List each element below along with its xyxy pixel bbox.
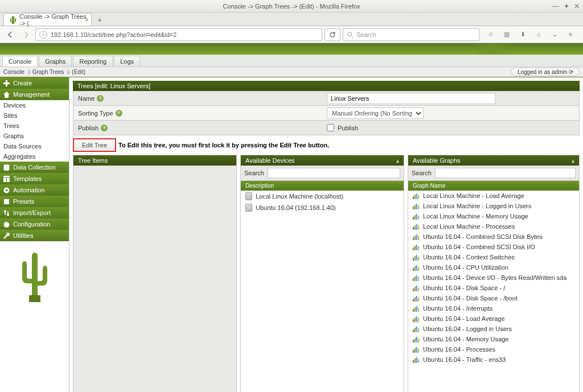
close-window-icon[interactable]: ✕ — [574, 2, 580, 10]
tab-close-icon[interactable]: × — [85, 16, 89, 24]
library-icon[interactable]: ▥ — [501, 31, 512, 38]
graph-icon — [413, 315, 420, 322]
graph-icon — [413, 233, 420, 240]
sidebar-utilities[interactable]: Utilities — [0, 230, 69, 241]
svg-rect-40 — [416, 265, 417, 271]
help-icon[interactable]: ? — [97, 95, 104, 102]
svg-rect-72 — [416, 347, 417, 353]
svg-rect-52 — [416, 296, 417, 302]
sidebar-item-trees[interactable]: Trees — [0, 121, 69, 131]
svg-rect-10 — [413, 196, 414, 199]
graph-item[interactable]: Ubuntu 16.04 - CPU Utilization — [408, 262, 579, 273]
sidebar-presets[interactable]: Presets — [0, 196, 69, 207]
sidebar-import-export[interactable]: Import/Export — [0, 207, 69, 218]
sidebar-automation[interactable]: Automation — [0, 184, 69, 196]
sidebar-item-aggregates[interactable]: Aggregates — [0, 151, 69, 162]
svg-rect-67 — [414, 338, 416, 343]
graph-item[interactable]: Ubuntu 16.04 - Traffic - ens33 — [408, 354, 579, 365]
device-item[interactable]: Local Linux Machine (localhost) — [241, 191, 404, 202]
graph-item[interactable]: Local Linux Machine - Processes — [408, 221, 579, 232]
graph-icon — [413, 295, 420, 302]
graph-item[interactable]: Ubuntu 16.04 - Device I/O - Bytes Read/W… — [408, 273, 579, 283]
device-icon — [245, 204, 252, 212]
tree-items-body[interactable] — [73, 166, 236, 392]
svg-rect-32 — [416, 245, 417, 250]
login-status[interactable]: Logged in as admin ⟳ — [511, 68, 580, 76]
publish-checkbox[interactable] — [327, 124, 334, 131]
app-tabs: Console Graphs Reporting Logs — [0, 55, 583, 67]
form-value — [322, 92, 579, 105]
form-row-publish: Publish ? Publish — [73, 121, 580, 135]
svg-rect-38 — [413, 268, 414, 271]
graph-icon — [413, 264, 420, 271]
reload-button[interactable] — [325, 28, 340, 41]
pocket-icon[interactable]: ⌄ — [549, 31, 560, 38]
sidebar-item-devices[interactable]: Devices — [0, 100, 69, 110]
site-info-icon[interactable]: i — [39, 31, 47, 39]
devices-search-input[interactable] — [268, 168, 400, 178]
sorting-select[interactable]: Manual Ordering (No Sorting) — [327, 108, 424, 119]
sidebar-data-collection[interactable]: Data Collection — [0, 162, 69, 173]
tab-reporting[interactable]: Reporting — [73, 56, 113, 67]
import-export-icon — [3, 210, 10, 216]
breadcrumb-item[interactable]: Graph Trees — [32, 69, 64, 75]
bookmark-star-icon[interactable]: ☆ — [485, 31, 496, 38]
graph-icon — [413, 244, 420, 250]
sidebar-item-graphs[interactable]: Graphs — [0, 131, 69, 141]
edit-tree-message: To Edit this tree, you must first lock i… — [118, 142, 329, 148]
templates-icon — [3, 176, 10, 182]
help-icon[interactable]: ? — [101, 125, 108, 131]
forward-button[interactable] — [19, 28, 33, 41]
sidebar-templates[interactable]: Templates — [0, 173, 69, 184]
browser-search[interactable]: Search — [343, 28, 479, 41]
sidebar-item-sites[interactable]: Sites — [0, 110, 69, 121]
graph-item[interactable]: Ubuntu 16.04 - Disk Space - /boot — [408, 293, 579, 303]
tab-console[interactable]: Console — [2, 56, 38, 67]
graph-item[interactable]: Ubuntu 16.04 - Combined SCSI Disk I/O — [408, 242, 579, 252]
graph-item[interactable]: Ubuntu 16.04 - Logged in Users — [408, 324, 579, 334]
svg-rect-50 — [413, 299, 414, 302]
minimize-icon[interactable]: — — [552, 2, 559, 10]
graph-item[interactable]: Ubuntu 16.04 - Load Average — [408, 313, 579, 324]
collapse-icon[interactable]: ▴ — [396, 158, 399, 164]
edit-tree-button[interactable]: Edit Tree — [73, 138, 116, 152]
new-tab-button[interactable]: + — [93, 14, 106, 26]
collapse-icon[interactable]: ▴ — [572, 158, 574, 164]
svg-rect-68 — [416, 337, 417, 343]
graph-item[interactable]: Ubuntu 16.04 - Context Switches — [408, 252, 579, 262]
svg-rect-14 — [413, 207, 414, 209]
graph-item[interactable]: Ubuntu 16.04 - Combined SCSI Disk Bytes — [408, 232, 579, 242]
downloads-icon[interactable]: ⬇ — [517, 31, 528, 38]
graph-item[interactable]: Local Linux Machine - Logged in Users — [408, 201, 579, 211]
url-bar[interactable]: i 192.168.1.10/cacti/tree.php?action=edi… — [35, 28, 322, 41]
svg-rect-36 — [416, 255, 417, 261]
tab-title: Console -> Graph Trees -> ( — [19, 13, 87, 27]
svg-rect-27 — [414, 236, 416, 240]
graph-item[interactable]: Ubuntu 16.04 - Memory Usage — [408, 334, 579, 344]
tab-logs[interactable]: Logs — [114, 56, 140, 67]
graph-item[interactable]: Ubuntu 16.04 - Interrupts — [408, 303, 579, 313]
graphs-search-input[interactable] — [435, 168, 576, 178]
svg-point-8 — [6, 189, 8, 191]
app-header-strip — [0, 43, 583, 55]
graph-item[interactable]: Ubuntu 16.04 - Processes — [408, 344, 579, 354]
breadcrumb-item[interactable]: Console — [3, 69, 24, 75]
menu-icon[interactable]: ≡ — [565, 31, 576, 38]
graph-item[interactable]: Local Linux Machine - Load Average — [408, 191, 579, 201]
graph-item[interactable]: Ubuntu 16.04 - Disk Space - / — [408, 283, 579, 293]
back-button[interactable] — [3, 28, 17, 41]
sidebar-management[interactable]: Management — [0, 89, 69, 100]
device-item[interactable]: Ubuntu 16.04 (192.168.1.40) — [241, 202, 404, 213]
name-input[interactable] — [327, 93, 495, 104]
sidebar-create[interactable]: Create — [0, 77, 69, 89]
maximize-icon[interactable]: ✦ — [564, 2, 569, 10]
svg-rect-44 — [416, 275, 417, 281]
graph-item[interactable]: Local Linux Machine - Memory Usage — [408, 211, 579, 221]
sidebar-configuration[interactable]: Configuration — [0, 218, 69, 230]
browser-tab[interactable]: Console -> Graph Trees -> ( × — [3, 13, 92, 26]
sidebar-item-data-sources[interactable]: Data Sources — [0, 141, 69, 151]
tab-graphs[interactable]: Graphs — [39, 56, 72, 67]
home-icon[interactable]: ⌂ — [533, 31, 544, 38]
content-area: Trees [edit: Linux Servers] Name ? Sorti… — [69, 77, 583, 392]
help-icon[interactable]: ? — [116, 110, 122, 117]
